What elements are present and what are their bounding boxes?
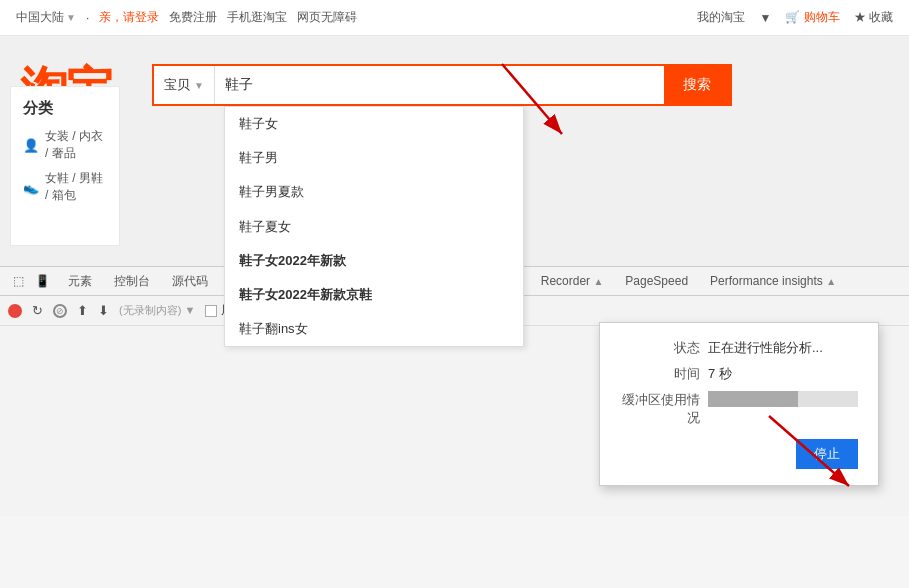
status-text: (无录制内容) ▼: [119, 303, 195, 318]
clear-button[interactable]: ⊘: [53, 304, 67, 318]
status-value: 正在进行性能分析...: [708, 339, 823, 357]
stop-button[interactable]: 停止: [796, 439, 858, 469]
favorites-link[interactable]: ★ 收藏: [854, 9, 893, 26]
search-dropdown: 鞋子女 鞋子男 鞋子男夏款 鞋子夏女 鞋子女2022年新款 鞋子女2022年新款…: [224, 106, 524, 347]
download-button[interactable]: ⬇: [98, 303, 109, 318]
register-link[interactable]: 免费注册: [169, 9, 217, 26]
device-icon[interactable]: 📱: [32, 271, 52, 291]
nav-separator: ·: [86, 11, 89, 25]
recorder-badge: ▲: [593, 276, 603, 287]
left-panel-item-1[interactable]: 👤 女装 / 内衣 / 奢品: [23, 128, 107, 162]
time-row: 时间 7 秒: [620, 365, 858, 383]
record-button[interactable]: [8, 304, 22, 318]
nav-sep2: ▼: [759, 11, 771, 25]
suggestion-2[interactable]: 鞋子男: [225, 141, 523, 175]
screenshot-checkbox[interactable]: [205, 305, 217, 317]
suggestion-7[interactable]: 鞋子翻ins女: [225, 312, 523, 346]
tab-elements[interactable]: 元素: [58, 269, 102, 294]
search-area: 宝贝 ▼ 搜索 鞋子女 鞋子男 鞋子男夏款 鞋子夏女 鞋子女2022年新款 鞋子…: [152, 64, 889, 106]
accessible-link[interactable]: 网页无障碍: [297, 9, 357, 26]
reload-button[interactable]: ↻: [32, 303, 43, 318]
cart-link[interactable]: 🛒 购物车: [785, 9, 839, 26]
buffer-bar: [708, 391, 858, 407]
search-bar: 宝贝 ▼ 搜索: [152, 64, 732, 106]
time-label: 时间: [620, 365, 700, 383]
suggestion-1[interactable]: 鞋子女: [225, 107, 523, 141]
perf-insights-badge: ▲: [826, 276, 836, 287]
status-row: 状态 正在进行性能分析...: [620, 339, 858, 357]
region-selector[interactable]: 中国大陆 ▼: [16, 9, 76, 26]
left-panel-item-2[interactable]: 👟 女鞋 / 男鞋 / 箱包: [23, 170, 107, 204]
suggestion-5[interactable]: 鞋子女2022年新款: [225, 244, 523, 278]
suggestion-3[interactable]: 鞋子男夏款: [225, 175, 523, 209]
tab-console[interactable]: 控制台: [104, 269, 160, 294]
suggestion-4[interactable]: 鞋子夏女: [225, 210, 523, 244]
upload-button[interactable]: ⬆: [77, 303, 88, 318]
tab-recorder[interactable]: Recorder ▲: [531, 270, 614, 292]
performance-dialog: 状态 正在进行性能分析... 时间 7 秒 缓冲区使用情 况 停止: [599, 322, 879, 486]
tab-sources[interactable]: 源代码: [162, 269, 218, 294]
region-chevron: ▼: [66, 12, 76, 23]
category-label: 宝贝: [164, 76, 190, 94]
search-input[interactable]: [215, 77, 664, 93]
buffer-row: 缓冲区使用情 况: [620, 391, 858, 427]
login-link[interactable]: 亲，请登录: [99, 9, 159, 26]
left-panel-label-1: 女装 / 内衣 / 奢品: [45, 128, 107, 162]
region-label: 中国大陆: [16, 9, 64, 26]
left-panel: 分类 👤 女装 / 内衣 / 奢品 👟 女鞋 / 男鞋 / 箱包: [10, 86, 120, 246]
top-nav-right: 我的淘宝 ▼ 🛒 购物车 ★ 收藏: [697, 9, 893, 26]
cart-label: 购物车: [804, 10, 840, 24]
shoe-icon: 👟: [23, 180, 39, 195]
search-category[interactable]: 宝贝 ▼: [154, 66, 215, 104]
status-chevron: ▼: [184, 304, 195, 316]
main-content: 淘宝 Taobao 宝贝 ▼ 搜索 鞋子女 鞋子男 鞋子男夏款 鞋子夏女 鞋子女…: [0, 36, 909, 266]
inspect-icon[interactable]: ⬚: [8, 271, 28, 291]
suggestion-6[interactable]: 鞋子女2022年新款京鞋: [225, 278, 523, 312]
search-button[interactable]: 搜索: [664, 66, 730, 104]
top-nav: 中国大陆 ▼ · 亲，请登录 免费注册 手机逛淘宝 网页无障碍 我的淘宝 ▼ 🛒…: [0, 0, 909, 36]
mobile-link[interactable]: 手机逛淘宝: [227, 9, 287, 26]
person-icon: 👤: [23, 138, 39, 153]
left-panel-title: 分类: [23, 99, 107, 118]
buffer-label: 缓冲区使用情 况: [620, 391, 700, 427]
favorites-label: 收藏: [869, 10, 893, 24]
category-chevron: ▼: [194, 80, 204, 91]
devtools-panel: 状态 正在进行性能分析... 时间 7 秒 缓冲区使用情 况 停止: [0, 326, 909, 516]
my-taobao-link[interactable]: 我的淘宝: [697, 9, 745, 26]
devtools-panel-icons: ⬚ 📱: [8, 271, 52, 291]
time-value: 7 秒: [708, 365, 732, 383]
star-icon: ★: [854, 10, 866, 24]
tab-pagespeed[interactable]: PageSpeed: [615, 270, 698, 292]
buffer-bar-fill: [708, 391, 798, 407]
tab-perf-insights[interactable]: Performance insights ▲: [700, 270, 846, 292]
top-nav-left: 中国大陆 ▼ · 亲，请登录 免费注册 手机逛淘宝 网页无障碍: [16, 9, 357, 26]
cart-icon: 🛒: [785, 10, 800, 24]
left-panel-label-2: 女鞋 / 男鞋 / 箱包: [45, 170, 107, 204]
status-label: 状态: [620, 339, 700, 357]
